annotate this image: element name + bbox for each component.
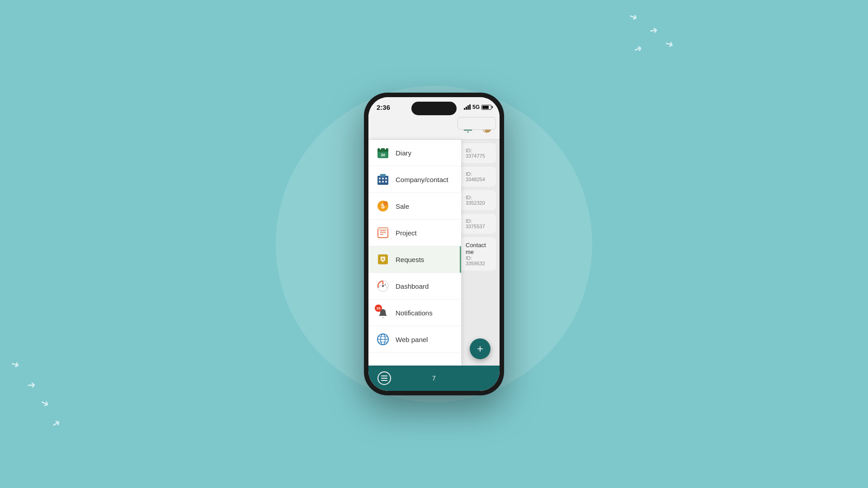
sidebar-item-notifications-label: Notifications <box>396 309 433 317</box>
arrow-decoration: ➜ <box>27 379 36 391</box>
sidebar-item-diary-label: Diary <box>396 149 411 157</box>
svg-rect-15 <box>380 174 386 177</box>
webpanel-icon <box>377 333 389 346</box>
svg-point-18 <box>383 201 388 206</box>
svg-rect-13 <box>382 181 384 183</box>
requests-icon <box>377 253 389 266</box>
arrow-decoration: ➜ <box>649 24 659 38</box>
svg-rect-5 <box>380 147 381 150</box>
arrow-decoration: ➜ <box>10 358 21 371</box>
arrow-decoration: ➜ <box>50 416 63 431</box>
sidebar-item-webpanel[interactable]: Web panel <box>368 326 461 353</box>
notifications-icon-wrapper: 35 <box>376 305 390 320</box>
sale-icon: $ <box>377 200 389 212</box>
company-icon-wrapper <box>376 172 390 187</box>
project-icon-wrapper <box>376 225 390 240</box>
notifications-badge: 35 <box>375 305 382 312</box>
sidebar-item-company-label: Company/contact <box>396 176 448 183</box>
phone-screen: 2:36 5G <box>368 97 500 391</box>
calendar-icon-wrapper: 30 <box>376 145 390 160</box>
sidebar-item-sale-label: Sale <box>396 202 409 210</box>
sidebar-item-company[interactable]: Company/contact <box>368 166 461 193</box>
webpanel-icon-wrapper <box>376 332 390 347</box>
side-drawer: 30 Diary <box>368 140 461 366</box>
sidebar-item-dashboard[interactable]: Dashboard <box>368 273 461 300</box>
sidebar-item-requests[interactable]: Requests <box>368 246 461 273</box>
dashboard-icon <box>377 280 389 292</box>
project-icon <box>377 226 389 239</box>
sale-icon-wrapper: $ <box>376 199 390 213</box>
sidebar-item-diary[interactable]: 30 Diary <box>368 140 461 166</box>
sidebar-item-webpanel-label: Web panel <box>396 336 428 343</box>
svg-rect-12 <box>379 181 381 183</box>
svg-rect-4 <box>377 148 388 152</box>
svg-rect-10 <box>382 178 384 179</box>
company-icon <box>377 173 389 186</box>
sidebar-item-project[interactable]: Project <box>368 220 461 246</box>
sidebar-item-project-label: Project <box>396 229 417 237</box>
arrow-decoration: ➜ <box>627 10 639 24</box>
svg-rect-6 <box>385 147 386 150</box>
sidebar-item-dashboard-label: Dashboard <box>396 282 429 290</box>
svg-rect-23 <box>378 228 388 230</box>
svg-rect-8 <box>377 176 388 185</box>
svg-rect-11 <box>385 178 387 179</box>
arrow-decoration: ➜ <box>38 396 51 410</box>
dashboard-icon-wrapper <box>376 279 390 293</box>
phone-frame: 2:36 5G <box>364 93 504 395</box>
arrow-decoration: ➜ <box>632 42 644 56</box>
sidebar-item-sale[interactable]: $ Sale <box>368 193 461 220</box>
svg-rect-14 <box>385 181 387 183</box>
requests-icon-wrapper <box>376 252 390 267</box>
svg-text:30: 30 <box>381 153 385 157</box>
sidebar-item-requests-label: Requests <box>396 256 424 263</box>
sidebar-item-notifications[interactable]: 35 Notifications <box>368 300 461 326</box>
arrow-decoration: ➜ <box>664 38 675 51</box>
svg-rect-9 <box>379 178 381 179</box>
calendar-icon: 30 <box>377 146 389 159</box>
